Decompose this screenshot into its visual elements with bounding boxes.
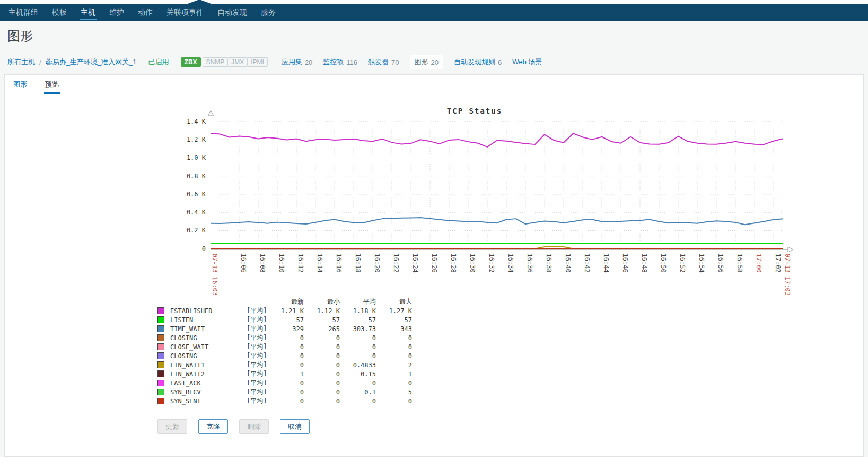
nav-item-label: 模板 <box>52 8 67 18</box>
legend-value: 0 <box>376 343 412 351</box>
legend-row-closing-1: CLOSING[平均]0000 <box>157 333 412 342</box>
update-button: 更新 <box>157 419 187 434</box>
x-tick-label: 16:58 <box>736 254 743 273</box>
legend-value: 0 <box>271 334 304 342</box>
nav-item-host-groups[interactable]: 主机群组 <box>2 4 45 21</box>
legend-value: 0 <box>304 343 340 351</box>
nav-item-label: 动作 <box>138 8 153 18</box>
x-tick-label: 16:24 <box>411 254 419 273</box>
clone-button[interactable]: 克隆 <box>198 419 228 434</box>
legend-header: 最小 <box>304 297 340 306</box>
breadcrumb-items[interactable]: 监控项116 <box>323 57 357 67</box>
legend-func-label: [平均] <box>244 342 271 351</box>
legend-value: 0 <box>271 343 304 351</box>
legend-value: 0 <box>340 352 376 360</box>
tab-label: 图形 <box>12 80 28 89</box>
agent-badge-snmp: SNMP <box>203 57 229 67</box>
agent-badge-jmx: JMX <box>227 57 248 67</box>
breadcrumb-all-hosts-link[interactable]: 所有主机 <box>7 57 35 67</box>
legend-header: 最大 <box>376 297 412 306</box>
x-tick-label: 16:28 <box>450 254 457 273</box>
legend-color-swatch <box>157 343 164 350</box>
series-line-time-wait <box>211 218 783 225</box>
x-tick-label: 07-13 16:03 <box>211 254 218 296</box>
legend-color-swatch <box>157 325 164 332</box>
discovery-rules-link[interactable]: 自动发现规则 <box>454 57 495 67</box>
x-tick-label: 16:14 <box>316 254 323 273</box>
legend-func-label: [平均] <box>244 333 271 342</box>
legend-value: 0 <box>376 352 412 360</box>
items-link[interactable]: 监控项 <box>323 57 344 67</box>
legend-value: 0 <box>304 389 340 396</box>
legend-series-name: FIN_WAIT2 <box>166 370 244 378</box>
y-tick-label: 1.0 K <box>187 154 206 161</box>
x-tick-label: 16:30 <box>469 254 476 273</box>
legend-value: 57 <box>340 316 376 324</box>
x-tick-label: 16:52 <box>679 254 686 273</box>
breadcrumb-applications[interactable]: 应用集20 <box>282 57 312 67</box>
top-strip <box>0 0 868 4</box>
graphs-count: 20 <box>431 58 439 66</box>
legend-value: 0 <box>340 334 376 342</box>
breadcrumb-discovery-rules[interactable]: 自动发现规则6 <box>454 57 502 67</box>
nav-item-services[interactable]: 服务 <box>254 4 283 21</box>
host-status-enabled: 已启用 <box>148 57 169 67</box>
legend-color-swatch <box>157 389 164 395</box>
legend-row-close-wait: CLOSE_WAIT[平均]0000 <box>157 342 412 351</box>
x-tick-label: 16:12 <box>297 254 304 273</box>
legend-value: 303.73 <box>340 325 376 333</box>
legend-row-last-ack: LAST_ACK[平均]0000 <box>157 378 412 387</box>
breadcrumb-graphs[interactable]: 图形20 <box>410 55 443 69</box>
cancel-button[interactable]: 取消 <box>280 419 310 434</box>
x-tick-label: 16:26 <box>431 254 438 273</box>
legend-row-closing-2: CLOSING[平均]0000 <box>157 351 412 360</box>
breadcrumb-entity-links: 应用集20监控项116触发器70图形20自动发现规则6Web 场景 <box>282 55 542 69</box>
breadcrumb-triggers[interactable]: 触发器70 <box>368 57 399 67</box>
x-axis-arrow-icon <box>788 247 793 252</box>
menu-pointer-triangle <box>188 0 211 4</box>
nav-item-event-correlation[interactable]: 关联项事件 <box>160 4 211 21</box>
nav-item-discovery[interactable]: 自动发现 <box>211 4 254 21</box>
x-tick-label: 16:16 <box>335 254 343 273</box>
applications-link[interactable]: 应用集 <box>282 57 302 67</box>
x-tick-label: 16:54 <box>698 254 705 273</box>
legend-func-label: [平均] <box>244 387 271 396</box>
nav-item-maintenance[interactable]: 维护 <box>102 4 131 21</box>
chart-title: TCP Status <box>447 107 502 115</box>
triggers-link[interactable]: 触发器 <box>368 57 389 67</box>
nav-item-hosts[interactable]: 主机 <box>74 4 102 21</box>
graphs-link[interactable]: 图形 <box>415 57 428 67</box>
legend-row-established: ESTABLISHED[平均]1.21 K1.12 K1.18 K1.27 K <box>157 306 412 315</box>
tab-preview[interactable]: 预览 <box>44 80 60 94</box>
legend-value: 0.15 <box>340 370 376 378</box>
web-scenarios-link[interactable]: Web 场景 <box>512 57 542 67</box>
chart-legend: 最新最小平均最大ESTABLISHED[平均]1.21 K1.12 K1.18 … <box>157 297 412 406</box>
x-tick-label: 16:18 <box>354 254 362 273</box>
legend-value: 5 <box>376 389 412 396</box>
x-tick-label: 16:20 <box>373 254 381 273</box>
nav-item-label: 自动发现 <box>217 8 247 18</box>
legend-value: 0 <box>340 343 376 351</box>
x-tick-label: 16:48 <box>641 254 648 273</box>
nav-item-actions[interactable]: 动作 <box>131 4 160 21</box>
breadcrumb-web-scenarios[interactable]: Web 场景 <box>512 57 542 67</box>
nav-item-templates[interactable]: 模板 <box>45 4 74 21</box>
breadcrumb-host-link[interactable]: 蓉易办_生产环境_准入网关_1 <box>46 57 137 67</box>
legend-value: 1.21 K <box>271 307 304 315</box>
x-tick-label: 16:32 <box>488 254 495 273</box>
legend-series-name: CLOSING <box>166 334 244 342</box>
tcp-status-chart: 1.4 K1.2 K1.0 K0.8 K0.6 K0.4 K0.2 K016:0… <box>180 104 811 304</box>
nav-item-label: 维护 <box>109 8 124 18</box>
legend-value: 57 <box>304 316 340 324</box>
legend-value: 0 <box>340 380 376 387</box>
tab-graph[interactable]: 图形 <box>12 80 28 94</box>
x-tick-label: 16:10 <box>278 254 285 273</box>
legend-value: 265 <box>304 325 340 333</box>
legend-func-label: [平均] <box>244 369 271 378</box>
legend-row-syn-sent: SYN_SENT[平均]0000 <box>157 396 412 406</box>
legend-value: 0 <box>304 352 340 360</box>
legend-func-label: [平均] <box>244 306 271 315</box>
legend-series-name: ESTABLISHED <box>166 307 244 315</box>
y-tick-label: 1.2 K <box>187 136 206 143</box>
delete-button: 删除 <box>239 419 269 434</box>
